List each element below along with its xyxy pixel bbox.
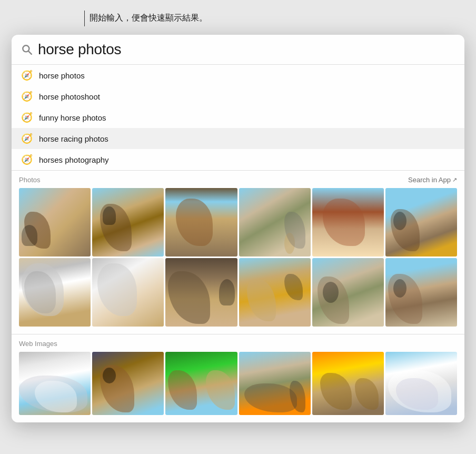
suggestions-list: 🧭 horse photos 🧭 horse photoshoot 🧭 funn… bbox=[12, 65, 464, 171]
suggestion-text-3: funny horse photos bbox=[39, 113, 106, 122]
suggestion-item-4[interactable]: 🧭 horse racing photos bbox=[12, 128, 464, 149]
suggestion-text-1: horse photos bbox=[39, 71, 85, 80]
search-in-app-button[interactable]: Search in App ↗ bbox=[408, 176, 457, 184]
photo-cell-3[interactable] bbox=[165, 188, 237, 256]
photo-cell-1[interactable] bbox=[19, 188, 91, 256]
suggestion-text-2: horse photoshoot bbox=[39, 92, 100, 101]
search-bar bbox=[12, 35, 464, 65]
search-panel: 🧭 horse photos 🧭 horse photoshoot 🧭 funn… bbox=[12, 35, 464, 422]
safari-compass-icon-3: 🧭 bbox=[21, 112, 33, 123]
photo-cell-10[interactable] bbox=[239, 258, 311, 327]
photos-grid bbox=[19, 188, 457, 327]
web-photo-2[interactable] bbox=[92, 352, 164, 415]
web-photo-3[interactable] bbox=[165, 352, 237, 415]
photos-section: Photos Search in App ↗ bbox=[12, 171, 464, 334]
photo-cell-12[interactable] bbox=[385, 258, 457, 327]
photo-cell-2[interactable] bbox=[92, 188, 164, 256]
safari-compass-icon-5: 🧭 bbox=[21, 154, 33, 165]
web-images-grid bbox=[19, 352, 457, 415]
safari-compass-icon-1: 🧭 bbox=[21, 70, 33, 81]
suggestion-item-5[interactable]: 🧭 horses photography bbox=[12, 149, 464, 170]
search-icon bbox=[21, 44, 33, 55]
tooltip-vertical-line bbox=[84, 11, 85, 26]
suggestion-item-1[interactable]: 🧭 horse photos bbox=[12, 65, 464, 86]
web-images-section: Web Images bbox=[12, 334, 464, 422]
tooltip-text: 開始輸入，便會快速顯示結果。 bbox=[90, 13, 207, 24]
suggestion-item-3[interactable]: 🧭 funny horse photos bbox=[12, 107, 464, 128]
photo-cell-9[interactable] bbox=[165, 258, 237, 327]
suggestion-text-4: horse racing photos bbox=[39, 134, 108, 143]
web-images-header: Web Images bbox=[19, 340, 457, 348]
suggestion-text-5: horses photography bbox=[39, 155, 109, 164]
photo-cell-7[interactable] bbox=[19, 258, 91, 327]
photo-cell-11[interactable] bbox=[312, 258, 384, 327]
safari-compass-icon-2: 🧭 bbox=[21, 91, 33, 102]
photo-cell-8[interactable] bbox=[92, 258, 164, 327]
svg-line-1 bbox=[28, 51, 32, 54]
search-in-app-label: Search in App bbox=[408, 176, 451, 184]
photos-section-title: Photos bbox=[19, 176, 40, 184]
web-photo-4[interactable] bbox=[239, 352, 311, 415]
web-photo-1[interactable] bbox=[19, 352, 91, 415]
photo-cell-6[interactable] bbox=[385, 188, 457, 256]
web-photo-6[interactable] bbox=[385, 352, 457, 415]
suggestion-item-2[interactable]: 🧭 horse photoshoot bbox=[12, 86, 464, 107]
web-images-title: Web Images bbox=[19, 340, 57, 348]
web-photo-5[interactable] bbox=[312, 352, 384, 415]
photo-cell-5[interactable] bbox=[312, 188, 384, 256]
photo-cell-4[interactable] bbox=[239, 188, 311, 256]
safari-compass-icon-4: 🧭 bbox=[21, 133, 33, 144]
search-input[interactable] bbox=[38, 41, 455, 58]
arrow-up-right-icon: ↗ bbox=[452, 176, 457, 183]
photos-section-header: Photos Search in App ↗ bbox=[19, 176, 457, 184]
